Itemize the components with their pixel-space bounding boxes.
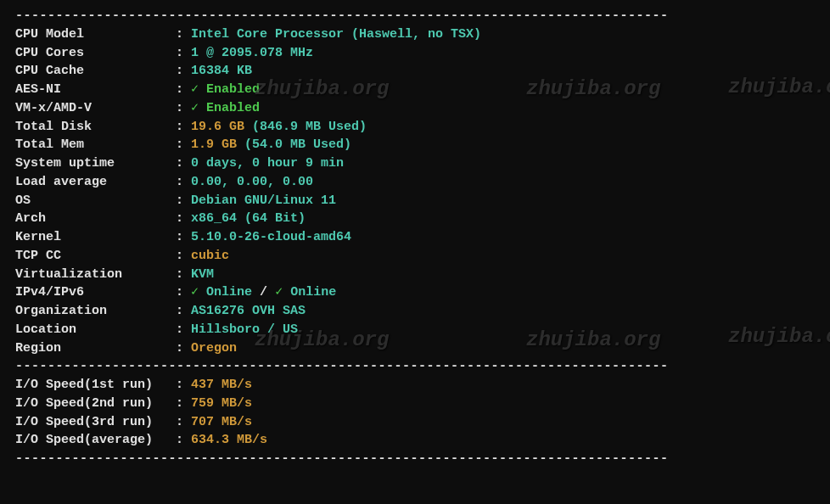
divider: ----------------------------------------… [15,357,815,376]
row-uptime: System uptime :0 days, 0 hour 9 min [15,154,815,173]
value: Enabled [206,99,260,118]
row-io-2: I/O Speed(2nd run) :759 MB/s [15,395,815,413]
label: I/O Speed(1st run) [15,376,176,395]
label: Location [15,321,176,339]
value: Enabled [206,81,260,99]
label: I/O Speed(average) [15,431,176,450]
label: I/O Speed(2nd run) [15,395,176,413]
label: System uptime [15,154,176,173]
check-icon: ✓ [191,283,206,302]
label: Total Mem [15,136,176,154]
row-cpu-cores: CPU Cores :1 @ 2095.078 MHz [15,44,815,63]
label: Organization [15,302,176,321]
row-tcpcc: TCP CC :cubic [15,247,815,266]
value: 16384 KB [191,62,252,81]
row-os: OS :Debian GNU/Linux 11 [15,192,815,210]
value: KVM [191,266,214,284]
value: 5.10.0-26-cloud-amd64 [191,228,351,247]
value: Intel Core Processor (Haswell, no TSX) [191,25,481,44]
label: Virtualization [15,266,176,284]
value: 0.00, 0.00, 0.00 [191,173,313,192]
row-ipv: IPv4/IPv6 :✓ Online / ✓ Online [15,283,815,302]
used: (54.0 MB Used) [237,136,351,154]
value: x86_64 (64 Bit) [191,210,306,228]
value: 707 MB/s [191,413,252,432]
divider: ----------------------------------------… [15,7,815,25]
value: 19.6 GB [191,118,244,137]
row-location: Location :Hillsboro / US [15,321,815,339]
label: OS [15,192,176,210]
check-icon: ✓ [275,283,290,302]
label: I/O Speed(3rd run) [15,413,176,432]
row-cpu-cache: CPU Cache :16384 KB [15,62,815,81]
row-kernel: Kernel :5.10.0-26-cloud-amd64 [15,228,815,247]
row-total-mem: Total Mem :1.9 GB (54.0 MB Used) [15,136,815,154]
value: cubic [191,247,229,266]
value: 437 MB/s [191,376,252,395]
label: CPU Cores [15,44,176,63]
value: Oregon [191,339,237,358]
label: Arch [15,210,176,228]
label: Kernel [15,228,176,247]
value: 759 MB/s [191,395,252,413]
value: 1.9 GB [191,136,237,154]
row-aes-ni: AES-NI :✓ Enabled [15,81,815,99]
label: Region [15,339,176,358]
row-io-1: I/O Speed(1st run) :437 MB/s [15,376,815,395]
label: CPU Cache [15,62,176,81]
value-ipv6: Online [290,283,336,302]
row-org: Organization :AS16276 OVH SAS [15,302,815,321]
row-vmx: VM-x/AMD-V :✓ Enabled [15,99,815,118]
used: (846.9 MB Used) [244,118,367,137]
row-region: Region :Oregon [15,339,815,358]
label: VM-x/AMD-V [15,99,176,118]
check-icon: ✓ [191,81,206,99]
row-total-disk: Total Disk :19.6 GB (846.9 MB Used) [15,118,815,137]
value: AS16276 OVH SAS [191,302,306,321]
divider: ----------------------------------------… [15,450,815,468]
label: Total Disk [15,118,176,137]
row-cpu-model: CPU Model :Intel Core Processor (Haswell… [15,25,815,44]
label: TCP CC [15,247,176,266]
value: Hillsboro / US [191,321,298,339]
label: Load average [15,173,176,192]
value-ipv4: Online [206,283,252,302]
row-loadavg: Load average :0.00, 0.00, 0.00 [15,173,815,192]
value: 0 days, 0 hour 9 min [191,154,344,173]
label: AES-NI [15,81,176,99]
value: 634.3 MB/s [191,431,267,450]
check-icon: ✓ [191,99,206,118]
sep: / [252,283,275,302]
row-arch: Arch :x86_64 (64 Bit) [15,210,815,228]
label: IPv4/IPv6 [15,283,176,302]
row-io-3: I/O Speed(3rd run) :707 MB/s [15,413,815,432]
label: CPU Model [15,25,176,44]
value: 1 @ 2095.078 MHz [191,44,313,63]
row-io-avg: I/O Speed(average) :634.3 MB/s [15,431,815,450]
value: Debian GNU/Linux 11 [191,192,336,210]
row-virt: Virtualization :KVM [15,266,815,284]
